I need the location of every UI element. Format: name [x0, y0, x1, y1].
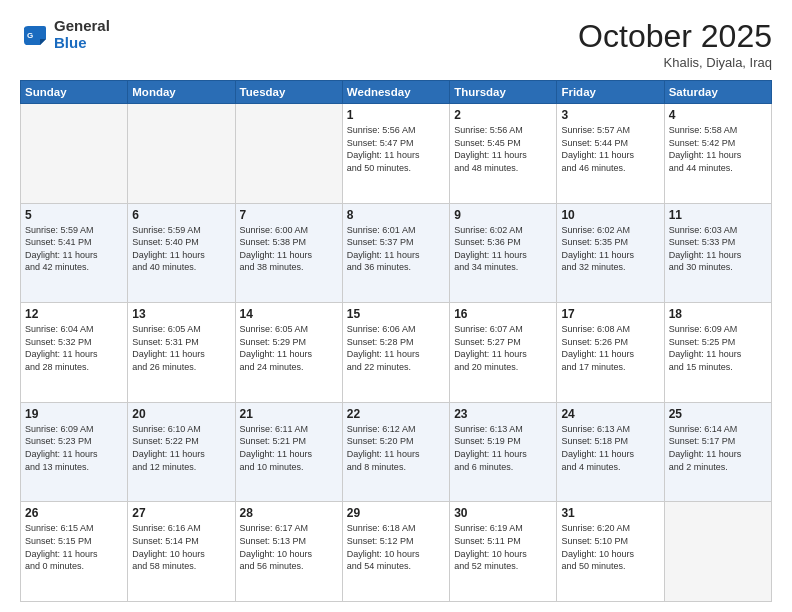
- calendar-cell: 14Sunrise: 6:05 AM Sunset: 5:29 PM Dayli…: [235, 303, 342, 403]
- calendar-cell: 18Sunrise: 6:09 AM Sunset: 5:25 PM Dayli…: [664, 303, 771, 403]
- day-number: 30: [454, 506, 552, 520]
- day-detail: Sunrise: 6:07 AM Sunset: 5:27 PM Dayligh…: [454, 323, 552, 373]
- calendar-cell: 31Sunrise: 6:20 AM Sunset: 5:10 PM Dayli…: [557, 502, 664, 602]
- day-number: 1: [347, 108, 445, 122]
- calendar-cell: [235, 104, 342, 204]
- day-number: 5: [25, 208, 123, 222]
- calendar-cell: 15Sunrise: 6:06 AM Sunset: 5:28 PM Dayli…: [342, 303, 449, 403]
- day-detail: Sunrise: 6:12 AM Sunset: 5:20 PM Dayligh…: [347, 423, 445, 473]
- day-number: 24: [561, 407, 659, 421]
- calendar-cell: 9Sunrise: 6:02 AM Sunset: 5:36 PM Daylig…: [450, 203, 557, 303]
- day-number: 2: [454, 108, 552, 122]
- title-section: October 2025 Khalis, Diyala, Iraq: [578, 18, 772, 70]
- calendar-cell: 8Sunrise: 6:01 AM Sunset: 5:37 PM Daylig…: [342, 203, 449, 303]
- day-detail: Sunrise: 5:59 AM Sunset: 5:40 PM Dayligh…: [132, 224, 230, 274]
- day-detail: Sunrise: 6:17 AM Sunset: 5:13 PM Dayligh…: [240, 522, 338, 572]
- day-number: 27: [132, 506, 230, 520]
- day-detail: Sunrise: 5:56 AM Sunset: 5:45 PM Dayligh…: [454, 124, 552, 174]
- day-number: 19: [25, 407, 123, 421]
- day-number: 26: [25, 506, 123, 520]
- day-number: 31: [561, 506, 659, 520]
- day-detail: Sunrise: 6:10 AM Sunset: 5:22 PM Dayligh…: [132, 423, 230, 473]
- day-detail: Sunrise: 6:18 AM Sunset: 5:12 PM Dayligh…: [347, 522, 445, 572]
- calendar-table: SundayMondayTuesdayWednesdayThursdayFrid…: [20, 80, 772, 602]
- day-detail: Sunrise: 6:02 AM Sunset: 5:36 PM Dayligh…: [454, 224, 552, 274]
- calendar-cell: 23Sunrise: 6:13 AM Sunset: 5:19 PM Dayli…: [450, 402, 557, 502]
- calendar-cell: 26Sunrise: 6:15 AM Sunset: 5:15 PM Dayli…: [21, 502, 128, 602]
- calendar-week-2: 5Sunrise: 5:59 AM Sunset: 5:41 PM Daylig…: [21, 203, 772, 303]
- day-number: 13: [132, 307, 230, 321]
- day-detail: Sunrise: 6:13 AM Sunset: 5:18 PM Dayligh…: [561, 423, 659, 473]
- calendar-header-saturday: Saturday: [664, 81, 771, 104]
- day-detail: Sunrise: 5:56 AM Sunset: 5:47 PM Dayligh…: [347, 124, 445, 174]
- calendar-week-5: 26Sunrise: 6:15 AM Sunset: 5:15 PM Dayli…: [21, 502, 772, 602]
- day-detail: Sunrise: 6:01 AM Sunset: 5:37 PM Dayligh…: [347, 224, 445, 274]
- calendar-cell: 16Sunrise: 6:07 AM Sunset: 5:27 PM Dayli…: [450, 303, 557, 403]
- month-title: October 2025: [578, 18, 772, 55]
- calendar-cell: 19Sunrise: 6:09 AM Sunset: 5:23 PM Dayli…: [21, 402, 128, 502]
- calendar-cell: 30Sunrise: 6:19 AM Sunset: 5:11 PM Dayli…: [450, 502, 557, 602]
- day-detail: Sunrise: 6:03 AM Sunset: 5:33 PM Dayligh…: [669, 224, 767, 274]
- day-number: 17: [561, 307, 659, 321]
- day-number: 4: [669, 108, 767, 122]
- calendar-cell: 29Sunrise: 6:18 AM Sunset: 5:12 PM Dayli…: [342, 502, 449, 602]
- calendar-header-friday: Friday: [557, 81, 664, 104]
- day-number: 15: [347, 307, 445, 321]
- day-number: 20: [132, 407, 230, 421]
- logo: G General Blue: [20, 18, 110, 51]
- day-number: 29: [347, 506, 445, 520]
- calendar-cell: 5Sunrise: 5:59 AM Sunset: 5:41 PM Daylig…: [21, 203, 128, 303]
- day-detail: Sunrise: 5:57 AM Sunset: 5:44 PM Dayligh…: [561, 124, 659, 174]
- day-detail: Sunrise: 6:09 AM Sunset: 5:23 PM Dayligh…: [25, 423, 123, 473]
- day-detail: Sunrise: 6:19 AM Sunset: 5:11 PM Dayligh…: [454, 522, 552, 572]
- calendar-cell: [664, 502, 771, 602]
- calendar-cell: 11Sunrise: 6:03 AM Sunset: 5:33 PM Dayli…: [664, 203, 771, 303]
- day-number: 7: [240, 208, 338, 222]
- calendar-cell: [128, 104, 235, 204]
- day-number: 12: [25, 307, 123, 321]
- day-detail: Sunrise: 6:14 AM Sunset: 5:17 PM Dayligh…: [669, 423, 767, 473]
- day-detail: Sunrise: 6:05 AM Sunset: 5:29 PM Dayligh…: [240, 323, 338, 373]
- calendar-header-sunday: Sunday: [21, 81, 128, 104]
- calendar-cell: 4Sunrise: 5:58 AM Sunset: 5:42 PM Daylig…: [664, 104, 771, 204]
- day-detail: Sunrise: 6:15 AM Sunset: 5:15 PM Dayligh…: [25, 522, 123, 572]
- calendar-cell: 17Sunrise: 6:08 AM Sunset: 5:26 PM Dayli…: [557, 303, 664, 403]
- day-number: 22: [347, 407, 445, 421]
- day-number: 3: [561, 108, 659, 122]
- day-detail: Sunrise: 6:02 AM Sunset: 5:35 PM Dayligh…: [561, 224, 659, 274]
- page: G General Blue October 2025 Khalis, Diya…: [0, 0, 792, 612]
- day-detail: Sunrise: 6:20 AM Sunset: 5:10 PM Dayligh…: [561, 522, 659, 572]
- calendar-cell: 22Sunrise: 6:12 AM Sunset: 5:20 PM Dayli…: [342, 402, 449, 502]
- day-number: 25: [669, 407, 767, 421]
- calendar-cell: 28Sunrise: 6:17 AM Sunset: 5:13 PM Dayli…: [235, 502, 342, 602]
- calendar-cell: 20Sunrise: 6:10 AM Sunset: 5:22 PM Dayli…: [128, 402, 235, 502]
- location: Khalis, Diyala, Iraq: [578, 55, 772, 70]
- day-detail: Sunrise: 6:05 AM Sunset: 5:31 PM Dayligh…: [132, 323, 230, 373]
- day-number: 14: [240, 307, 338, 321]
- logo-blue-text: Blue: [54, 34, 87, 51]
- day-detail: Sunrise: 6:11 AM Sunset: 5:21 PM Dayligh…: [240, 423, 338, 473]
- calendar-cell: 13Sunrise: 6:05 AM Sunset: 5:31 PM Dayli…: [128, 303, 235, 403]
- day-number: 10: [561, 208, 659, 222]
- day-number: 18: [669, 307, 767, 321]
- logo-general-text: General: [54, 17, 110, 34]
- svg-text:G: G: [27, 31, 33, 40]
- day-number: 9: [454, 208, 552, 222]
- day-number: 11: [669, 208, 767, 222]
- day-detail: Sunrise: 5:59 AM Sunset: 5:41 PM Dayligh…: [25, 224, 123, 274]
- calendar-cell: 7Sunrise: 6:00 AM Sunset: 5:38 PM Daylig…: [235, 203, 342, 303]
- day-number: 21: [240, 407, 338, 421]
- calendar-cell: 3Sunrise: 5:57 AM Sunset: 5:44 PM Daylig…: [557, 104, 664, 204]
- calendar-cell: 21Sunrise: 6:11 AM Sunset: 5:21 PM Dayli…: [235, 402, 342, 502]
- calendar-header-row: SundayMondayTuesdayWednesdayThursdayFrid…: [21, 81, 772, 104]
- day-detail: Sunrise: 6:08 AM Sunset: 5:26 PM Dayligh…: [561, 323, 659, 373]
- calendar-cell: 12Sunrise: 6:04 AM Sunset: 5:32 PM Dayli…: [21, 303, 128, 403]
- calendar-cell: 10Sunrise: 6:02 AM Sunset: 5:35 PM Dayli…: [557, 203, 664, 303]
- day-number: 23: [454, 407, 552, 421]
- calendar-cell: [21, 104, 128, 204]
- day-number: 6: [132, 208, 230, 222]
- calendar-cell: 6Sunrise: 5:59 AM Sunset: 5:40 PM Daylig…: [128, 203, 235, 303]
- day-detail: Sunrise: 6:16 AM Sunset: 5:14 PM Dayligh…: [132, 522, 230, 572]
- day-number: 28: [240, 506, 338, 520]
- calendar-cell: 24Sunrise: 6:13 AM Sunset: 5:18 PM Dayli…: [557, 402, 664, 502]
